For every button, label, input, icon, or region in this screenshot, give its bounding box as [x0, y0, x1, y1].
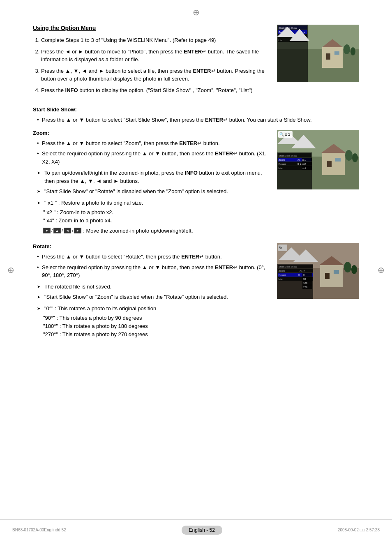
zoom-x4-note: " x4" : Zoom-in to a photo x4. [43, 217, 269, 224]
svg-text:List: List [279, 39, 283, 42]
slide-show-section: Start Slide Show: Press the ▲ or ▼ butto… [33, 106, 359, 124]
zoom-screenshot: 🔍 x 1 Start Slide Show Zoom X1 Rotate 0 … [277, 130, 359, 189]
zoom-dir-note: ▼ / ▲ / ◄ / ► : Move the zoomed-in photo… [43, 226, 269, 235]
intro-section: Using the Option Menu Complete Steps 1 t… [33, 25, 359, 98]
svg-rect-57 [334, 270, 339, 274]
svg-rect-4 [326, 53, 330, 60]
svg-rect-56 [325, 273, 330, 279]
page: ⊕ ⊕ ⊕ Using the Option Menu Complete Ste… [0, 0, 392, 540]
svg-text:List: List [279, 278, 283, 280]
slide-show-title: Start Slide Show: [33, 106, 359, 113]
step-4: Press the INFO button to display the opt… [41, 86, 269, 95]
rotate-text: Rotate: Press the ▲ or ▼ button to selec… [33, 243, 269, 339]
svg-text:Rotate: Rotate [279, 163, 286, 165]
rotate-notes: "0°" : This rotates a photo to its origi… [33, 305, 269, 338]
zoom-bullet-1: Press the ▲ or ▼ button to select "Zoom"… [37, 139, 269, 148]
svg-text:X1 ►: X1 ► [300, 270, 306, 272]
svg-point-18 [350, 47, 355, 55]
svg-point-59 [351, 265, 357, 274]
svg-rect-2 [322, 47, 343, 68]
up-arrow-btn: ▲ [53, 228, 61, 233]
svg-rect-28 [335, 158, 341, 162]
dir-buttons-row: ▼ / ▲ / ◄ / ► [43, 228, 81, 233]
intro-image-container: Start Slide Show Zoom X1 ► Rotate 0 ► Li… [277, 25, 359, 98]
svg-text:x 2: x 2 [302, 163, 306, 165]
down-arrow-btn: ▼ [43, 228, 51, 233]
slide-show-bullets: Press the ▲ or ▼ button to select "Start… [33, 116, 359, 124]
svg-rect-27 [327, 161, 332, 167]
step-3: Press the ▲, ▼, ◄ and ► button to select… [41, 67, 269, 83]
right-arrow-btn: ► [74, 228, 81, 233]
rotate-bullet-2: Select the required option by pressing t… [37, 263, 269, 279]
slash-1: / [51, 228, 53, 233]
zoom-arrow-2: "Start Slide Show" or "Rotate" is disabl… [37, 187, 269, 196]
svg-text:Start Slide Show: Start Slide Show [279, 155, 297, 157]
zoom-arrow-1: To pan up/down/left/right in the zoomed-… [37, 169, 269, 185]
rotate-180-note: "180°" : This rotates a photo by 180 deg… [43, 323, 269, 329]
slash-2: / [62, 228, 63, 233]
rotate-bullet-1: Press the ▲ or ▼ button to select "Rotat… [37, 253, 269, 261]
step-2: Press the ◄ or ► button to move to "Phot… [41, 48, 269, 64]
left-arrow-btn: ◄ [64, 228, 71, 233]
rotate-degree-notes: "0°" : This rotates a photo to its origi… [33, 305, 269, 313]
svg-rect-54 [320, 265, 343, 287]
footer-center: English - 52 [182, 526, 222, 535]
rotate-section: Rotate: Press the ▲ or ▼ button to selec… [33, 243, 359, 339]
svg-point-17 [344, 44, 350, 54]
rotate-image-container: ↻ Start Slide Show Zoom X1 ► Rotate 0 Li… [277, 243, 359, 339]
svg-text:X1: X1 [297, 159, 301, 161]
slash-3: / [72, 228, 73, 233]
zoom-title: Zoom: [33, 130, 269, 136]
svg-text:Zoom: Zoom [279, 270, 285, 272]
svg-text:x 1: x 1 [302, 159, 306, 161]
svg-text:↻: ↻ [279, 246, 282, 250]
rotate-90-note: "90°" : This rotates a photo by 90 degre… [43, 315, 269, 321]
crosshair-top-icon: ⊕ [193, 7, 200, 17]
footer: BN68-01702A-00Eng.indd 52 English - 52 2… [0, 519, 392, 540]
svg-text:90: 90 [303, 278, 306, 280]
zoom-bullet-2: Select the required option by pressing t… [37, 150, 269, 166]
zoom-image-container: 🔍 x 1 Start Slide Show Zoom X1 Rotate 0 … [277, 130, 359, 235]
dir-move-label: : Move the zoomed-in photo up/down/right… [83, 228, 193, 234]
zoom-notes: " x1 " : Restore a photo to its original… [33, 199, 269, 235]
rotate-0-note: "0°" : This rotates a photo to its origi… [37, 305, 269, 313]
svg-rect-25 [322, 152, 345, 175]
main-steps-list: Complete Steps 1 to 3 of "Using the WISE… [33, 36, 269, 94]
intro-screenshot: Start Slide Show Zoom X1 ► Rotate 0 ► Li… [277, 25, 359, 82]
svg-point-29 [345, 150, 353, 161]
rotate-arrow-2: "Start Slide Show" or "Zoom" is disabled… [37, 293, 269, 301]
svg-text:Zoom: Zoom [279, 159, 285, 161]
zoom-size-notes: " x1 " : Restore a photo to its original… [33, 199, 269, 207]
slide-show-bullet-1: Press the ▲ or ▼ button to select "Start… [37, 116, 359, 124]
svg-text:0 ►: 0 ► [297, 163, 302, 165]
tv-screen-1: Start Slide Show Zoom X1 ► Rotate 0 ► Li… [277, 25, 359, 82]
crosshair-left-icon: ⊕ [7, 265, 14, 275]
rotate-arrows: The rotated file is not saved. "Start Sl… [33, 283, 269, 301]
svg-text:Start Slide Show: Start Slide Show [279, 265, 297, 268]
step-1: Complete Steps 1 to 3 of "Using the WISE… [41, 36, 269, 44]
svg-text:Rotate: Rotate [279, 274, 286, 276]
svg-point-30 [352, 153, 358, 162]
zoom-bullets: Press the ▲ or ▼ button to select "Zoom"… [33, 139, 269, 166]
crosshair-right-icon: ⊕ [378, 265, 385, 275]
rotate-270-note: "270°" : This rotates a photo by 270 deg… [43, 331, 269, 337]
svg-point-58 [344, 262, 351, 272]
svg-text:x 4: x 4 [302, 167, 306, 169]
svg-text:🔍 x 1: 🔍 x 1 [279, 132, 290, 137]
footer-left: BN68-01702A-00Eng.indd 52 [12, 528, 66, 532]
rotate-screenshot: ↻ Start Slide Show Zoom X1 ► Rotate 0 Li… [277, 243, 359, 299]
footer-right: 2008-09-02 □□ 2:57:28 [338, 528, 380, 532]
intro-text: Using the Option Menu Complete Steps 1 t… [33, 25, 269, 98]
rotate-title: Rotate: [33, 243, 269, 249]
zoom-text: Zoom: Press the ▲ or ▼ button to select … [33, 130, 269, 235]
zoom-x1-note: " x1 " : Restore a photo to its original… [37, 199, 269, 207]
section-title: Using the Option Menu [33, 25, 269, 31]
svg-rect-5 [334, 51, 339, 55]
svg-text:180: 180 [303, 282, 308, 284]
zoom-section: Zoom: Press the ▲ or ▼ button to select … [33, 130, 359, 235]
zoom-x2-note: " x2 " : Zoom-in to a photo x2. [43, 209, 269, 215]
zoom-arrows: To pan up/down/left/right in the zoomed-… [33, 169, 269, 196]
svg-text:List: List [279, 167, 283, 169]
rotate-arrow-1: The rotated file is not saved. [37, 283, 269, 291]
svg-text:270: 270 [303, 286, 308, 288]
